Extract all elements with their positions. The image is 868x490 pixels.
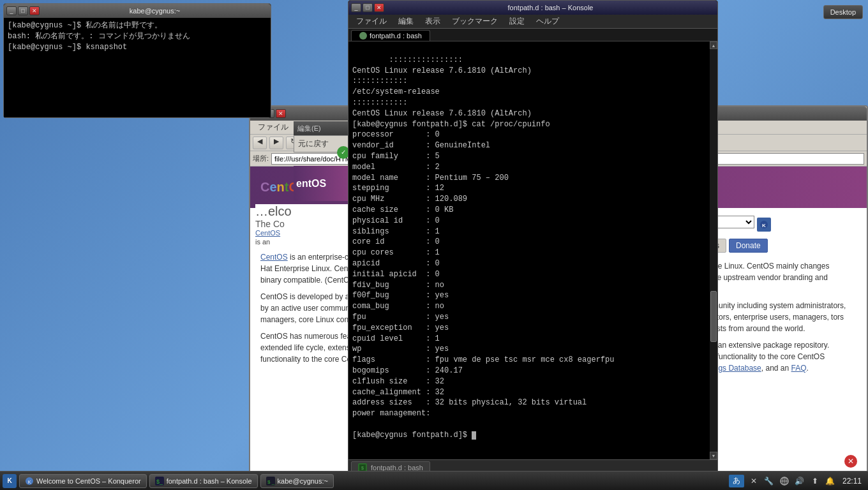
welcome-partial: …elco The Co CentOS is an bbox=[255, 204, 357, 248]
konsole-tab-bar: fontpath.d : bash bbox=[348, 29, 717, 41]
terminal-small-icon: $ bbox=[359, 464, 366, 471]
konsole-taskbar-icon: $_ bbox=[155, 477, 164, 486]
konsole-menu-settings[interactable]: 設定 bbox=[504, 15, 530, 28]
session-label: fontpath.d : bash bbox=[371, 464, 423, 471]
error-icon: ✕ bbox=[844, 455, 857, 468]
konsole-scrollbar[interactable]: ▲ ▼ bbox=[710, 41, 717, 459]
terminal1-title: kabe@cygnus:~ bbox=[41, 7, 268, 15]
taskbar-konqueror-label: Welcome to CentOS – Konqueror bbox=[36, 477, 141, 485]
scroll-thumb[interactable] bbox=[710, 291, 717, 342]
kde-logo-icon: K bbox=[760, 220, 768, 229]
konq-menu-file[interactable]: ファイル bbox=[253, 121, 294, 134]
svg-text:K: K bbox=[28, 480, 31, 484]
location-label: 場所: bbox=[253, 154, 269, 163]
svg-text:K: K bbox=[762, 223, 766, 228]
konsole-content-text: :::::::::::::::: CentOS Linux release 7.… bbox=[352, 56, 614, 440]
tray-icon-tool[interactable]: 🔧 bbox=[763, 475, 775, 487]
minimize-btn-1[interactable]: _ bbox=[6, 6, 17, 15]
close-btn-konsole[interactable]: ✕ bbox=[374, 3, 384, 12]
para-partial-1: is an bbox=[255, 237, 357, 248]
desktop-button-label: Desktop bbox=[830, 8, 856, 16]
maximize-btn-konsole[interactable]: □ bbox=[363, 3, 373, 12]
tray-icon-x[interactable]: ✕ bbox=[748, 475, 760, 487]
ime-indicator[interactable]: あ bbox=[729, 475, 744, 487]
forward-btn[interactable]: ▶ bbox=[269, 137, 283, 149]
scroll-down-btn[interactable]: ▼ bbox=[710, 452, 717, 459]
maximize-btn-1[interactable]: □ bbox=[18, 6, 28, 15]
welcome-partial-sub: The Co bbox=[255, 219, 357, 229]
taskbar-btn-terminal[interactable]: $ _ kabe@cygnus:~ bbox=[260, 474, 334, 488]
centos-strip-left: entOS bbox=[294, 166, 351, 201]
konsole-menubar: ファイル 編集 表示 ブックマーク 設定 ヘルプ bbox=[348, 15, 717, 29]
konqueror-taskbar-icon: K bbox=[25, 477, 34, 486]
konsole-terminal-content[interactable]: :::::::::::::::: CentOS Linux release 7.… bbox=[348, 41, 710, 459]
kde-icon[interactable]: K bbox=[757, 218, 771, 232]
taskbar: K K Welcome to CentOS – Konqueror $_ fon… bbox=[0, 471, 868, 490]
konsole-window: _ □ ✕ fontpath.d : bash – Konsole ファイル 編… bbox=[348, 0, 718, 475]
back-btn[interactable]: ◀ bbox=[253, 137, 267, 149]
terminal-window-1: _ □ ✕ kabe@cygnus:~ [kabe@cygnus ~]$ 私の名… bbox=[3, 3, 271, 118]
konsole-body: :::::::::::::::: CentOS Linux release 7.… bbox=[348, 41, 717, 459]
ime-label: あ bbox=[733, 475, 740, 486]
tray-icon-volume[interactable]: 🔊 bbox=[794, 475, 805, 487]
tab-icon-1 bbox=[359, 32, 367, 40]
konsole-controls: _ □ ✕ bbox=[351, 3, 384, 12]
taskbar-left: K K Welcome to CentOS – Konqueror $_ fon… bbox=[0, 474, 336, 488]
kde-launcher[interactable]: K bbox=[3, 474, 17, 488]
konsole-title: fontpath.d : bash – Konsole bbox=[386, 4, 715, 11]
scroll-track bbox=[710, 49, 717, 452]
network-icon bbox=[779, 476, 789, 486]
close-btn-1[interactable]: ✕ bbox=[29, 6, 40, 15]
minimize-btn-konsole[interactable]: _ bbox=[351, 3, 361, 12]
bugs-db-link[interactable]: gs Database bbox=[718, 364, 761, 373]
faq-link-2[interactable]: FAQ bbox=[791, 364, 807, 373]
clock: 22:11 bbox=[840, 477, 864, 486]
terminal1-controls: _ □ ✕ bbox=[6, 6, 40, 15]
desktop: Desktop _ □ ✕ kabe@cygnus:~ [kabe@cygnus… bbox=[0, 0, 868, 490]
taskbar-konsole-label: fontpath.d : bash – Konsole bbox=[167, 477, 252, 485]
svg-text:$_: $_ bbox=[156, 479, 163, 485]
cursor-block bbox=[472, 431, 476, 440]
donate-button[interactable]: Donate bbox=[729, 239, 768, 253]
taskbar-btn-konqueror[interactable]: K Welcome to CentOS – Konqueror bbox=[19, 474, 147, 488]
tab-label-1: fontpath.d : bash bbox=[370, 32, 422, 40]
taskbar-btn-konsole[interactable]: $_ fontpath.d : bash – Konsole bbox=[149, 474, 258, 488]
konsole-tab-1[interactable]: fontpath.d : bash bbox=[351, 30, 430, 41]
taskbar-right: あ ✕ 🔧 🔊 ⬆ 🔔 22:11 bbox=[725, 475, 868, 487]
konsole-menu-file[interactable]: ファイル bbox=[351, 15, 392, 28]
svg-text:$: $ bbox=[361, 466, 364, 470]
centos-link-1[interactable]: CentOS bbox=[260, 253, 288, 262]
svg-text:$ _: $ _ bbox=[267, 479, 275, 485]
konsole-titlebar: _ □ ✕ fontpath.d : bash – Konsole bbox=[348, 1, 717, 15]
centos-link-partial[interactable]: CentOS bbox=[255, 229, 357, 237]
terminal1-titlebar: _ □ ✕ kabe@cygnus:~ bbox=[4, 4, 271, 18]
konsole-menu-bookmarks[interactable]: ブックマーク bbox=[447, 15, 503, 28]
scroll-up-btn[interactable]: ▲ bbox=[710, 41, 717, 49]
taskbar-terminal-label: kabe@cygnus:~ bbox=[278, 477, 328, 485]
konsole-menu-edit[interactable]: 編集 bbox=[393, 15, 419, 28]
terminal-taskbar-icon: $ _ bbox=[266, 477, 275, 486]
konsole-menu-help[interactable]: ヘルプ bbox=[531, 15, 564, 28]
edit-title-text: 編集(E) bbox=[297, 124, 321, 133]
terminal1-content[interactable]: [kabe@cygnus ~]$ 私の名前は中野です。 bash: 私の名前です… bbox=[4, 18, 271, 117]
centos-strip-text: entOS bbox=[296, 178, 326, 189]
desktop-button[interactable]: Desktop bbox=[823, 5, 863, 19]
close-btn-konq[interactable]: ✕ bbox=[276, 109, 286, 118]
konsole-menu-view[interactable]: 表示 bbox=[420, 15, 445, 28]
tray-icon-up-arrow[interactable]: ⬆ bbox=[809, 475, 821, 487]
tray-icon-network[interactable] bbox=[779, 475, 790, 487]
welcome-partial-title: …elco bbox=[255, 204, 357, 219]
tray-icon-bell[interactable]: 🔔 bbox=[825, 475, 836, 487]
